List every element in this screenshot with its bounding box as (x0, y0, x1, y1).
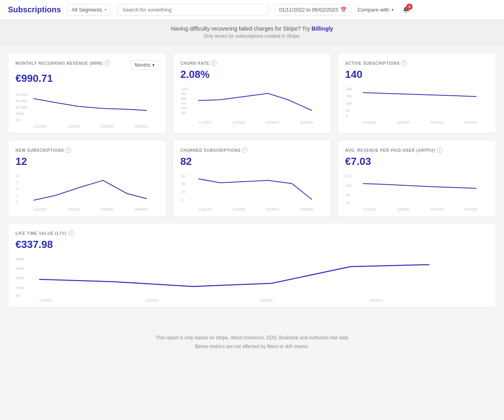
search-input[interactable] (117, 4, 268, 15)
svg-text:8%: 8% (181, 92, 186, 96)
arppu-title: AVG. REVENUE PER PAID USER (ARPPU) i (345, 147, 442, 153)
svg-text:€10: €10 (346, 184, 352, 188)
compare-label: Compare with (357, 7, 389, 13)
svg-text:10: 10 (181, 190, 185, 194)
calendar-icon: 📅 (340, 7, 347, 13)
footer: This report is only based on Stripe, Woo… (0, 322, 504, 363)
mrr-card-header: MONTHLY RECURRING REVENUE (MRR) i Months… (16, 60, 159, 70)
svg-text:11/2022: 11/2022 (363, 207, 376, 211)
svg-text:02/2023: 02/2023 (135, 124, 148, 128)
svg-text:2%: 2% (181, 106, 186, 110)
segments-label: All Segments (72, 7, 102, 13)
svg-text:€15: €15 (346, 174, 352, 178)
svg-text:€1,500: €1,500 (16, 99, 27, 103)
svg-text:20: 20 (181, 182, 185, 186)
segments-chevron-icon: ▾ (105, 8, 107, 12)
notification-button[interactable]: 5 (400, 4, 413, 16)
svg-text:02/2023: 02/2023 (465, 120, 478, 124)
new-subs-value: 12 (16, 155, 159, 168)
svg-text:0%: 0% (181, 111, 186, 115)
churned-subs-header: CHURNED SUBSCRIPTIONS i (180, 147, 324, 153)
banner-link[interactable]: Billingly (312, 25, 333, 32)
svg-text:02/2023: 02/2023 (300, 207, 313, 211)
svg-text:12/2022: 12/2022 (232, 207, 245, 211)
svg-text:4: 4 (16, 187, 18, 191)
churn-card: CHURN RATE i 2.08% 10% 8% 6% 4% 2% 0% 11… (173, 53, 331, 134)
svg-text:02/2023: 02/2023 (300, 120, 313, 124)
svg-text:€400: €400 (16, 257, 24, 261)
banner-text: Having difficulty recovering failed char… (6, 25, 498, 32)
mrr-title: MONTHLY RECURRING REVENUE (MRR) i (16, 60, 110, 66)
notification-badge: 5 (406, 4, 413, 10)
svg-text:0: 0 (16, 199, 18, 203)
svg-text:11/2022: 11/2022 (198, 120, 211, 124)
svg-text:100: 100 (346, 101, 352, 105)
svg-text:€1,000: €1,000 (16, 105, 27, 109)
svg-text:30: 30 (181, 174, 185, 178)
svg-text:0: 0 (346, 114, 348, 118)
promo-banner: Having difficulty recovering failed char… (0, 20, 504, 45)
svg-text:01/2023: 01/2023 (431, 120, 444, 124)
mrr-chart: €2,000 €1,500 €1,000 €500 €0 11/2022 12/… (16, 89, 159, 128)
svg-text:12/2022: 12/2022 (397, 207, 410, 211)
svg-text:€0: €0 (346, 201, 350, 205)
banner-subtext: Only works for subscriptions created in … (6, 33, 498, 39)
months-button[interactable]: Months ▾ (130, 60, 159, 70)
churned-subs-value: 82 (180, 155, 324, 168)
churn-card-header: CHURN RATE i (180, 60, 324, 66)
svg-text:02/2023: 02/2023 (465, 207, 478, 211)
svg-text:6%: 6% (181, 97, 186, 101)
svg-text:01/2023: 01/2023 (101, 207, 114, 211)
svg-text:01/2023: 01/2023 (431, 207, 444, 211)
svg-text:€5: €5 (346, 193, 350, 197)
new-subs-chart: 8 6 4 2 0 11/2022 12/2022 01/2023 02/202… (16, 172, 159, 211)
compare-with-dropdown[interactable]: Compare with ▾ (357, 7, 394, 13)
svg-text:01/2023: 01/2023 (101, 124, 114, 128)
svg-text:02/2023: 02/2023 (370, 298, 383, 302)
svg-text:11/2022: 11/2022 (39, 298, 52, 302)
svg-text:11/2022: 11/2022 (363, 120, 376, 124)
arppu-info-icon[interactable]: i (437, 147, 442, 153)
compare-chevron-icon: ▾ (392, 8, 394, 12)
arppu-header: AVG. REVENUE PER PAID USER (ARPPU) i (345, 147, 488, 153)
svg-text:8: 8 (16, 174, 18, 178)
active-subs-header: ACTIVE SUBSCRIPTIONS i (345, 60, 488, 66)
svg-text:11/2022: 11/2022 (33, 207, 47, 211)
ltv-header: LIFE TIME VALUE (LTV) i (16, 230, 488, 236)
svg-text:€300: €300 (16, 267, 24, 271)
cards-row-1: MONTHLY RECURRING REVENUE (MRR) i Months… (8, 53, 496, 134)
ltv-info-icon[interactable]: i (68, 230, 74, 236)
date-range-picker[interactable]: 01/11/2022 to 06/02/2023 📅 (275, 4, 351, 15)
active-subs-chart: 200 150 100 50 0 11/2022 12/2022 01/2023… (345, 85, 488, 124)
active-subs-info-icon[interactable]: i (401, 60, 407, 66)
svg-text:12/2022: 12/2022 (67, 124, 80, 128)
arppu-value: €7.03 (345, 155, 488, 168)
active-subs-card: ACTIVE SUBSCRIPTIONS i 140 200 150 100 5… (337, 53, 496, 134)
segments-dropdown[interactable]: All Segments ▾ (67, 4, 111, 15)
svg-text:€2,000: €2,000 (16, 93, 27, 97)
arppu-card: AVG. REVENUE PER PAID USER (ARPPU) i €7.… (337, 140, 496, 217)
svg-text:4%: 4% (181, 101, 186, 105)
svg-text:12/2022: 12/2022 (397, 120, 410, 124)
cards-row-3: LIFE TIME VALUE (LTV) i €337.98 €400 €30… (8, 223, 496, 308)
churned-subs-chart: 30 20 10 0 11/2022 12/2022 01/2023 02/20… (180, 172, 324, 211)
mrr-card: MONTHLY RECURRING REVENUE (MRR) i Months… (8, 53, 167, 134)
arppu-chart: €15 €10 €5 €0 11/2022 12/2022 01/2023 02… (345, 172, 488, 211)
months-chevron-icon: ▾ (152, 62, 155, 68)
svg-text:12/2022: 12/2022 (67, 207, 80, 211)
churn-title: CHURN RATE i (180, 60, 217, 66)
svg-text:€0: €0 (16, 294, 20, 298)
new-subs-info-icon[interactable]: i (66, 147, 71, 153)
new-subs-header: NEW SUBSCRIPTIONS i (16, 147, 159, 153)
churned-subs-info-icon[interactable]: i (242, 147, 248, 153)
svg-text:11/2022: 11/2022 (33, 124, 47, 128)
churn-info-icon[interactable]: i (211, 60, 217, 66)
svg-text:150: 150 (346, 94, 352, 98)
svg-text:01/2023: 01/2023 (266, 207, 279, 211)
svg-text:€100: €100 (16, 286, 24, 290)
mrr-info-icon[interactable]: i (105, 60, 110, 66)
churn-chart: 10% 8% 6% 4% 2% 0% 11/2022 12/2022 01/20… (180, 85, 324, 124)
header: Subscriptions All Segments ▾ 01/11/2022 … (0, 0, 504, 20)
new-subs-title: NEW SUBSCRIPTIONS i (16, 147, 71, 153)
date-range-value: 01/11/2022 to 06/02/2023 (279, 7, 338, 13)
